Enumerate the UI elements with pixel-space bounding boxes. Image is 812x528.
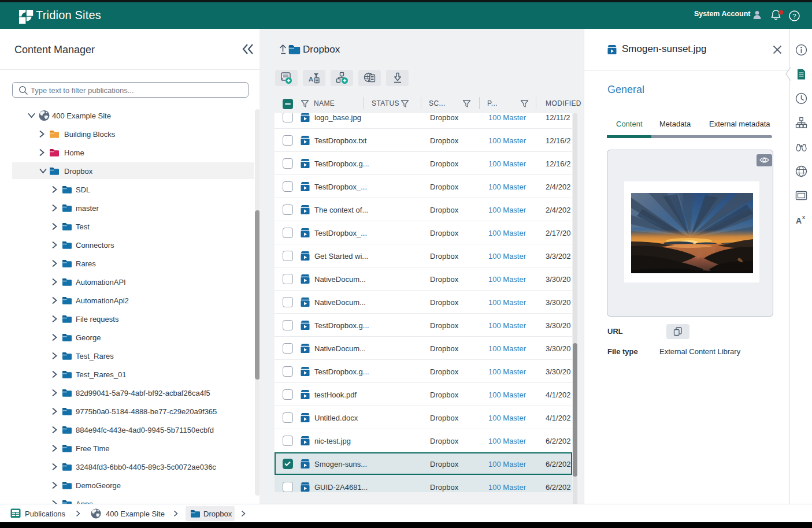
svg-text:A: A: [796, 216, 802, 225]
svg-text:A: A: [309, 76, 313, 83]
svg-text:x: x: [802, 214, 805, 220]
svg-text:?: ?: [792, 13, 796, 20]
